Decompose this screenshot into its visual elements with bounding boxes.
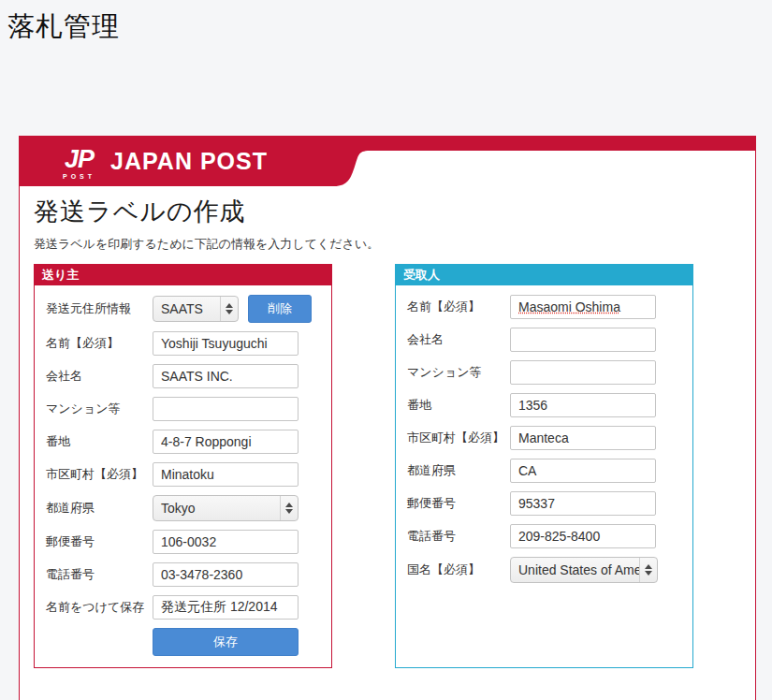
sender-city-input[interactable]	[153, 462, 299, 487]
field-label: マンション等	[407, 364, 510, 381]
sender-form: 送り主 発送元住所情報 SAATS 削除 名前【必須】	[34, 264, 332, 668]
sender-postal-row: 郵便番号	[46, 530, 320, 554]
japan-post-logo-icon: JP POST	[63, 147, 95, 180]
sender-name-input[interactable]	[153, 331, 299, 356]
logo-post-text: POST	[63, 173, 95, 180]
recipient-state-input[interactable]	[510, 459, 656, 483]
field-label: 市区町村【必須】	[407, 430, 510, 446]
sender-header: 送り主	[35, 265, 331, 285]
logo-letters: JP	[65, 147, 94, 172]
forms-container: 送り主 発送元住所情報 SAATS 削除 名前【必須】	[34, 264, 741, 668]
sender-phone-row: 電話番号	[46, 562, 320, 587]
sender-city-row: 市区町村【必須】	[46, 462, 320, 487]
recipient-phone-row: 電話番号	[407, 524, 681, 548]
field-label: 番地	[407, 397, 510, 414]
field-label: 都道府県	[407, 462, 510, 479]
recipient-name-input[interactable]	[510, 295, 656, 319]
field-label: 名前をつけて保存	[46, 599, 153, 616]
sender-apartment-input[interactable]	[153, 397, 299, 421]
field-label: 会社名	[407, 331, 510, 348]
field-label: 電話番号	[407, 528, 510, 545]
panel-header: JP POST JAPAN POST	[20, 137, 755, 187]
sender-save-button-row: 保存	[46, 628, 320, 656]
recipient-country-select[interactable]: United States of America	[510, 557, 658, 583]
stepper-icon	[639, 558, 657, 582]
recipient-body: 名前【必須】 会社名 マンション等 番地	[396, 285, 692, 583]
page-title: 落札管理	[7, 8, 772, 46]
recipient-apartment-input[interactable]	[510, 360, 656, 385]
recipient-company-row: 会社名	[407, 328, 681, 352]
recipient-country-row: 国名【必須】 United States of America	[407, 557, 681, 583]
sender-company-row: 会社名	[46, 364, 320, 388]
recipient-city-row: 市区町村【必須】	[407, 426, 681, 450]
select-value: Tokyo	[153, 501, 280, 516]
field-label: 都道府県	[46, 500, 153, 517]
main-heading: 発送ラベルの作成	[34, 195, 741, 228]
stepper-icon	[220, 297, 238, 321]
sender-prefecture-row: 都道府県 Tokyo	[46, 495, 320, 521]
sender-postal-input[interactable]	[153, 530, 299, 554]
sender-prefecture-select[interactable]: Tokyo	[153, 495, 299, 521]
sender-body: 発送元住所情報 SAATS 削除 名前【必須】 会社名	[35, 285, 331, 656]
field-label: 郵便番号	[46, 533, 153, 550]
brand: JP POST JAPAN POST	[63, 142, 268, 183]
recipient-header: 受取人	[396, 265, 692, 285]
select-value: SAATS	[153, 301, 220, 316]
field-label: 会社名	[46, 368, 153, 385]
sender-street-row: 番地	[46, 430, 320, 454]
recipient-street-row: 番地	[407, 393, 681, 417]
sender-name-row: 名前【必須】	[46, 331, 320, 356]
recipient-city-input[interactable]	[510, 426, 656, 450]
recipient-postal-input[interactable]	[510, 491, 656, 516]
sender-save-name-row: 名前をつけて保存	[46, 595, 320, 620]
recipient-state-row: 都道府県	[407, 459, 681, 483]
recipient-postal-row: 郵便番号	[407, 491, 681, 516]
field-label: 名前【必須】	[46, 335, 153, 352]
panel-body: 発送ラベルの作成 発送ラベルを印刷するために下記の情報を入力してください。 送り…	[20, 187, 755, 668]
brand-name: JAPAN POST	[110, 148, 268, 179]
sender-address-info-row: 発送元住所情報 SAATS 削除	[46, 295, 320, 323]
field-label: 名前【必須】	[407, 299, 510, 315]
field-label: マンション等	[46, 401, 153, 417]
sender-address-select[interactable]: SAATS	[153, 296, 239, 322]
japan-post-panel: JP POST JAPAN POST 発送ラベルの作成 発送ラベルを印刷するため…	[19, 136, 756, 700]
save-button[interactable]: 保存	[153, 628, 299, 656]
recipient-phone-input[interactable]	[510, 524, 656, 548]
field-label: 郵便番号	[407, 495, 510, 512]
sender-street-input[interactable]	[153, 430, 299, 454]
field-label: 電話番号	[46, 566, 153, 583]
sub-heading: 発送ラベルを印刷するために下記の情報を入力してください。	[34, 236, 741, 253]
delete-button[interactable]: 削除	[248, 295, 312, 323]
recipient-apartment-row: マンション等	[407, 360, 681, 385]
field-label: 市区町村【必須】	[46, 466, 153, 483]
field-label: 発送元住所情報	[46, 300, 153, 317]
recipient-name-row: 名前【必須】	[407, 295, 681, 319]
sender-company-input[interactable]	[153, 364, 299, 388]
sender-apartment-row: マンション等	[46, 397, 320, 421]
stepper-icon	[280, 496, 298, 520]
field-label: 番地	[46, 433, 153, 450]
recipient-street-input[interactable]	[510, 393, 656, 417]
sender-save-name-input[interactable]	[153, 595, 299, 620]
recipient-company-input[interactable]	[510, 328, 656, 352]
recipient-form: 受取人 名前【必須】 会社名 マンション等 番	[395, 264, 693, 668]
field-label: 国名【必須】	[407, 561, 510, 578]
sender-phone-input[interactable]	[153, 562, 299, 587]
select-value: United States of America	[511, 562, 639, 577]
